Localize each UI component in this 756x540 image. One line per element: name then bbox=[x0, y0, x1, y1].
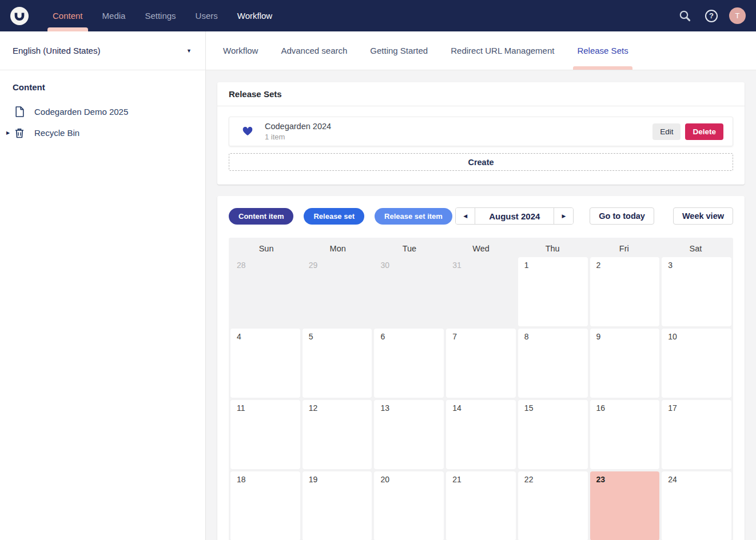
tab-label: Release Sets bbox=[577, 46, 628, 55]
legend-release-set[interactable]: Release set bbox=[304, 208, 364, 225]
calendar-day-cell[interactable]: 30 bbox=[374, 257, 444, 326]
document-icon bbox=[14, 106, 25, 117]
content-tree: Codegarden Demo 2025 ▶ Recycle Bin bbox=[0, 101, 205, 143]
tab-label: Workflow bbox=[223, 46, 258, 55]
calendar-day-cell[interactable]: 12 bbox=[303, 400, 372, 469]
calendar-day-cell[interactable]: 11 bbox=[230, 400, 300, 469]
calendar-day-cell[interactable]: 28 bbox=[230, 257, 300, 326]
release-set-name: Codegarden 2024 bbox=[265, 122, 331, 131]
calendar-day-cell-today[interactable]: 23 bbox=[590, 471, 660, 540]
trash-icon bbox=[14, 128, 25, 138]
edit-button[interactable]: Edit bbox=[652, 123, 681, 140]
calendar-day-cell[interactable]: 22 bbox=[518, 471, 588, 540]
next-month-button[interactable]: ▶ bbox=[554, 208, 573, 224]
calendar-day-cell[interactable]: 7 bbox=[446, 329, 516, 398]
nav-item-media[interactable]: Media bbox=[93, 0, 136, 31]
chevron-down-icon: ▼ bbox=[186, 48, 192, 54]
help-icon: ? bbox=[705, 10, 718, 22]
calendar-day-cell[interactable]: 21 bbox=[446, 471, 516, 540]
day-header-sun: Sun bbox=[230, 244, 302, 253]
week-view-button[interactable]: Week view bbox=[673, 207, 733, 225]
calendar-day-cell[interactable]: 20 bbox=[374, 471, 444, 540]
nav-label: Content bbox=[53, 11, 83, 21]
legend-release-set-item[interactable]: Release set item bbox=[375, 208, 452, 225]
create-button[interactable]: Create bbox=[229, 153, 733, 171]
calendar-day-cell[interactable]: 14 bbox=[446, 400, 516, 469]
previous-month-button[interactable]: ◀ bbox=[456, 208, 475, 224]
calendar-day-cell[interactable]: 19 bbox=[303, 471, 372, 540]
search-button[interactable] bbox=[677, 7, 694, 25]
legend-content-item[interactable]: Content item bbox=[229, 208, 293, 225]
release-set-actions: Edit Delete bbox=[652, 123, 723, 140]
calendar-day-cell[interactable]: 16 bbox=[590, 400, 660, 469]
calendar-day-cell[interactable]: 6 bbox=[374, 329, 444, 398]
active-tab-underline bbox=[573, 66, 632, 70]
panel-title: Release Sets bbox=[217, 82, 745, 106]
top-navigation-bar: Content Media Settings Users Workflow ? … bbox=[0, 0, 756, 31]
calendar-toolbar: Content item Release set Release set ite… bbox=[229, 207, 733, 225]
tab-advanced-search[interactable]: Advanced search bbox=[281, 31, 347, 70]
day-header-sat: Sat bbox=[660, 244, 731, 253]
nav-label: Users bbox=[196, 11, 218, 21]
section-nav: Content Media Settings Users Workflow bbox=[43, 0, 282, 31]
calendar-day-cell[interactable]: 4 bbox=[230, 329, 300, 398]
nav-label: Workflow bbox=[237, 11, 272, 21]
month-navigation: ◀ August 2024 ▶ bbox=[455, 207, 574, 225]
nav-label: Settings bbox=[145, 11, 176, 21]
arrow-right-icon: ▶ bbox=[562, 213, 566, 219]
content-sidebar: English (United States) ▼ Content Codega… bbox=[0, 31, 206, 540]
release-set-info: Codegarden 2024 1 item bbox=[265, 122, 331, 141]
tree-item-codegarden-demo-2025[interactable]: Codegarden Demo 2025 bbox=[0, 101, 205, 122]
nav-item-users[interactable]: Users bbox=[186, 0, 228, 31]
nav-label: Media bbox=[102, 11, 126, 21]
content-tree-heading: Content bbox=[13, 82, 205, 92]
tab-label: Advanced search bbox=[281, 46, 347, 55]
nav-item-settings[interactable]: Settings bbox=[135, 0, 185, 31]
umbraco-logo[interactable] bbox=[10, 6, 29, 26]
dashboard-tabs: Workflow Advanced search Getting Started… bbox=[206, 31, 756, 70]
calendar-controls: ◀ August 2024 ▶ Go to today Week view bbox=[455, 207, 733, 225]
tab-getting-started[interactable]: Getting Started bbox=[370, 31, 428, 70]
calendar-day-cell[interactable]: 15 bbox=[518, 400, 588, 469]
day-header-thu: Thu bbox=[517, 244, 588, 253]
tree-item-label: Recycle Bin bbox=[34, 128, 79, 138]
calendar-day-cell[interactable]: 8 bbox=[518, 329, 588, 398]
caret-right-icon[interactable]: ▶ bbox=[3, 130, 13, 135]
release-set-row[interactable]: Codegarden 2024 1 item Edit Delete bbox=[229, 117, 733, 146]
language-label: English (United States) bbox=[13, 46, 100, 55]
go-to-today-button[interactable]: Go to today bbox=[590, 207, 654, 225]
tree-item-recycle-bin[interactable]: ▶ Recycle Bin bbox=[0, 122, 205, 143]
calendar-day-cell[interactable]: 10 bbox=[662, 329, 731, 398]
calendar-day-cell[interactable]: 17 bbox=[662, 400, 731, 469]
day-header-fri: Fri bbox=[588, 244, 660, 253]
calendar-day-cell[interactable]: 18 bbox=[230, 471, 300, 540]
search-icon bbox=[679, 10, 691, 22]
tab-workflow[interactable]: Workflow bbox=[223, 31, 258, 70]
month-calendar: Sun Mon Tue Wed Thu Fri Sat 28 29 30 31 … bbox=[229, 238, 733, 540]
day-header-mon: Mon bbox=[302, 244, 373, 253]
nav-item-content[interactable]: Content bbox=[43, 0, 93, 31]
release-sets-body: Codegarden 2024 1 item Edit Delete Creat… bbox=[217, 106, 745, 185]
tab-label: Getting Started bbox=[370, 46, 428, 55]
help-button[interactable]: ? bbox=[703, 7, 720, 25]
nav-item-workflow[interactable]: Workflow bbox=[228, 0, 282, 31]
calendar-day-cell[interactable]: 29 bbox=[303, 257, 372, 326]
calendar-day-headers: Sun Mon Tue Wed Thu Fri Sat bbox=[230, 239, 731, 257]
tab-release-sets[interactable]: Release Sets bbox=[577, 31, 628, 70]
user-avatar[interactable]: T bbox=[729, 7, 746, 24]
tab-redirect-url-management[interactable]: Redirect URL Management bbox=[451, 31, 554, 70]
calendar-legend: Content item Release set Release set ite… bbox=[229, 208, 452, 225]
language-selector[interactable]: English (United States) ▼ bbox=[0, 31, 205, 70]
main-area: Workflow Advanced search Getting Started… bbox=[206, 31, 756, 540]
delete-button[interactable]: Delete bbox=[685, 123, 723, 140]
calendar-day-cell[interactable]: 31 bbox=[446, 257, 516, 326]
calendar-day-cell[interactable]: 5 bbox=[303, 329, 372, 398]
calendar-day-cell[interactable]: 2 bbox=[590, 257, 660, 326]
calendar-day-cell[interactable]: 13 bbox=[374, 400, 444, 469]
calendar-day-cell[interactable]: 3 bbox=[662, 257, 731, 326]
calendar-day-cell[interactable]: 24 bbox=[662, 471, 731, 540]
topbar-actions: ? T bbox=[677, 7, 756, 25]
calendar-day-cell[interactable]: 1 bbox=[518, 257, 588, 326]
calendar-day-cell[interactable]: 9 bbox=[590, 329, 660, 398]
release-set-count: 1 item bbox=[265, 133, 331, 141]
